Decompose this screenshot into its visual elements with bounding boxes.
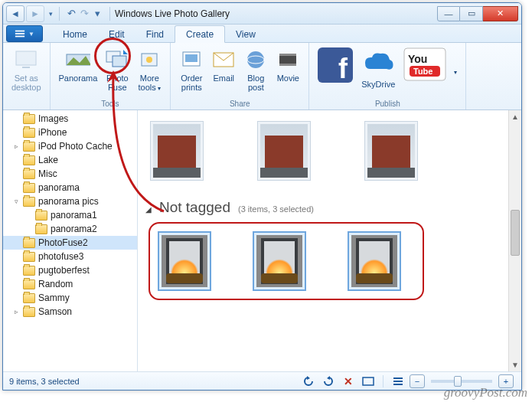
folder-icon xyxy=(23,252,35,262)
photo-thumb[interactable] xyxy=(150,121,204,181)
svg-rect-25 xyxy=(393,377,403,379)
facebook-icon: f xyxy=(318,47,353,83)
content-scrollbar[interactable]: ▲ ▼ xyxy=(508,110,521,371)
close-button[interactable]: ✕ xyxy=(483,6,518,21)
qat-undo-icon[interactable]: ↶ xyxy=(67,8,76,19)
folder-icon xyxy=(23,169,35,179)
tree-item-label: Images xyxy=(38,113,68,124)
group-count: (3 items, 3 selected) xyxy=(238,204,314,214)
tree-item[interactable]: Sammy xyxy=(3,291,137,305)
tree-item-label: photofuse3 xyxy=(38,251,83,262)
tree-item-label: pugtoberfest xyxy=(38,265,90,276)
svg-rect-27 xyxy=(393,384,403,385)
zoom-slider[interactable] xyxy=(431,380,492,383)
tab-find[interactable]: Find xyxy=(135,26,175,42)
ribbon-tabs: ▼ Home Edit Find Create View xyxy=(3,25,521,43)
preview-button[interactable] xyxy=(360,374,377,388)
photo-thumb-selected[interactable] xyxy=(348,231,401,291)
tree-item-label: PhotoFuse2 xyxy=(38,237,88,248)
tree-item-label: panorama pics xyxy=(38,196,99,207)
more-tools-button[interactable]: Moretools ▾ xyxy=(133,44,165,99)
panorama-button[interactable]: Panorama xyxy=(55,44,102,99)
photo-thumb[interactable] xyxy=(364,121,418,181)
tree-item-label: Lake xyxy=(38,155,58,165)
delete-button[interactable]: ✕ xyxy=(340,374,357,388)
tree-item[interactable]: ▹Samson xyxy=(3,305,137,319)
zoom-out-button[interactable]: − xyxy=(410,374,425,388)
tree-item-label: panorama2 xyxy=(51,224,97,234)
file-menu-button[interactable]: ▼ xyxy=(6,25,43,42)
collapse-icon[interactable]: ◢ xyxy=(145,205,152,214)
tree-item[interactable]: ▿panorama pics xyxy=(3,194,137,208)
folder-tree[interactable]: ImagesiPhone▹iPod Photo CacheLakeMiscpan… xyxy=(3,110,138,371)
minimize-button[interactable]: — xyxy=(437,6,460,21)
tree-item[interactable]: panorama2 xyxy=(3,222,137,236)
publish-more-button[interactable]: ▾ xyxy=(450,44,461,99)
svg-rect-2 xyxy=(15,36,24,38)
more-tools-icon xyxy=(137,47,162,72)
skydrive-button[interactable]: SkyDrive xyxy=(357,44,400,99)
tab-view[interactable]: View xyxy=(225,26,266,42)
set-as-desktop-button[interactable]: Set asdesktop xyxy=(8,44,45,99)
photo-thumb-selected[interactable] xyxy=(253,231,306,291)
details-view-button[interactable] xyxy=(390,374,406,388)
photo-fuse-button[interactable]: PhotoFuse xyxy=(101,44,133,99)
tree-item[interactable]: PhotoFuse2 xyxy=(3,236,137,250)
folder-icon xyxy=(23,293,35,303)
nav-history-drop[interactable]: ▾ xyxy=(49,10,53,18)
tree-item[interactable]: Lake xyxy=(3,153,137,167)
tree-item[interactable]: Misc xyxy=(3,167,137,181)
folder-icon xyxy=(35,224,47,234)
body: ImagesiPhone▹iPod Photo CacheLakeMiscpan… xyxy=(3,110,521,371)
group-label-tools: Tools xyxy=(55,99,166,109)
tree-item[interactable]: panorama1 xyxy=(3,208,137,222)
qat-customize-drop[interactable]: ▾ xyxy=(95,8,100,19)
scroll-thumb[interactable] xyxy=(511,210,520,256)
tab-home[interactable]: Home xyxy=(52,26,98,42)
tree-item[interactable]: ▹iPod Photo Cache xyxy=(3,139,137,153)
email-button[interactable]: Email xyxy=(207,44,240,99)
rotate-right-button[interactable] xyxy=(320,374,337,388)
scroll-up-icon[interactable]: ▲ xyxy=(509,110,521,123)
photo-thumb-selected[interactable] xyxy=(158,231,211,291)
tree-item[interactable]: pugtoberfest xyxy=(3,263,137,277)
order-prints-button[interactable]: Orderprints xyxy=(175,44,207,99)
folder-icon xyxy=(23,142,35,152)
svg-point-9 xyxy=(146,57,152,63)
tree-item[interactable]: Images xyxy=(3,112,137,126)
blog-post-button[interactable]: Blogpost xyxy=(240,44,272,99)
tree-item[interactable]: Random xyxy=(3,277,137,291)
youtube-button[interactable]: YouTube xyxy=(400,44,450,99)
desktop-icon xyxy=(14,47,38,72)
tree-item-label: Sammy xyxy=(38,293,70,303)
svg-text:Tube: Tube xyxy=(413,67,432,76)
youtube-icon: YouTube xyxy=(403,47,446,81)
group-label-publish: Publish xyxy=(314,99,461,109)
facebook-button[interactable]: f xyxy=(314,44,357,99)
folder-icon xyxy=(35,211,47,221)
window-title: Windows Live Photo Gallery xyxy=(115,8,230,19)
svg-rect-17 xyxy=(279,64,296,66)
rotate-left-button[interactable] xyxy=(300,374,317,388)
tab-edit[interactable]: Edit xyxy=(98,26,135,42)
group-label-share: Share xyxy=(175,99,304,109)
svg-point-13 xyxy=(247,51,264,68)
qat-redo-icon[interactable]: ↷ xyxy=(80,8,89,19)
nav-forward-button[interactable]: ► xyxy=(26,5,44,22)
tree-item-label: panorama xyxy=(38,182,80,193)
nav-back-button[interactable]: ◄ xyxy=(6,5,24,22)
svg-rect-0 xyxy=(15,31,24,32)
content-pane[interactable]: ◢ Not tagged (3 items, 3 selected) ▲ ▼ xyxy=(138,110,521,371)
svg-rect-11 xyxy=(185,54,197,62)
movie-button[interactable]: Movie xyxy=(272,44,304,99)
tree-item[interactable]: photofuse3 xyxy=(3,250,137,263)
svg-rect-18 xyxy=(318,47,353,83)
group-header[interactable]: ◢ Not tagged (3 items, 3 selected) xyxy=(145,199,514,216)
tree-item[interactable]: panorama xyxy=(3,181,137,194)
maximize-button[interactable]: ▭ xyxy=(460,6,483,21)
skydrive-icon xyxy=(361,47,396,78)
tab-create[interactable]: Create xyxy=(175,25,225,43)
tree-item[interactable]: iPhone xyxy=(3,126,137,139)
scroll-down-icon[interactable]: ▼ xyxy=(509,358,521,371)
photo-thumb[interactable] xyxy=(257,121,311,181)
